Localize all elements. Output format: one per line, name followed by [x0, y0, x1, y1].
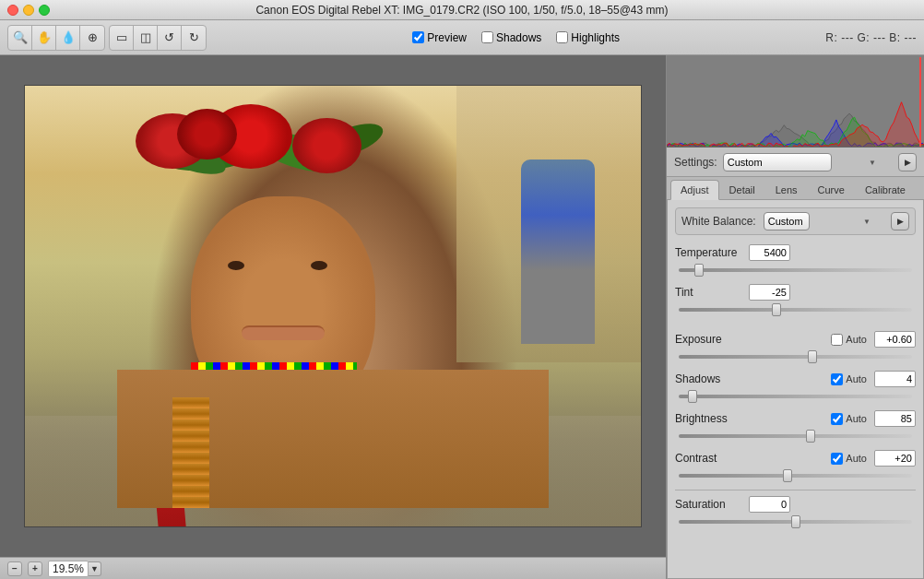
tint-value[interactable]: [749, 284, 790, 301]
brightness-auto-checkbox[interactable]: [831, 413, 843, 425]
zoom-dropdown-button[interactable]: ▼: [89, 561, 101, 576]
saturation-slider[interactable]: [679, 520, 912, 524]
toolbar-right: R: --- G: --- B: ---: [825, 31, 917, 44]
settings-select[interactable]: Custom Camera Raw Defaults Previous Conv…: [723, 153, 832, 171]
preview-checkbox-label[interactable]: Preview: [412, 31, 467, 44]
hand-tool[interactable]: ✋: [32, 26, 56, 50]
shadows-auto-checkbox[interactable]: [831, 373, 843, 385]
crop-tool[interactable]: ▭: [110, 26, 134, 50]
traffic-lights: [7, 5, 50, 16]
title-bar: Canon EOS Digital Rebel XT: IMG_0179.CR2…: [0, 0, 924, 20]
settings-action-button[interactable]: ▶: [898, 153, 917, 171]
contrast-row: Contrast Auto: [675, 450, 916, 482]
rgb-display: R: --- G: --- B: ---: [825, 31, 917, 44]
toolbar: 🔍 ✋ 💧 ⊕ ▭ ◫ ↺ ↻ Preview Shadows Highligh…: [0, 20, 924, 55]
highlights-checkbox-label[interactable]: Highlights: [556, 31, 620, 44]
tint-label: Tint: [675, 286, 749, 299]
tint-slider[interactable]: [679, 308, 912, 312]
contrast-auto-label: Auto: [846, 453, 867, 464]
tool-group-right: ▭ ◫ ↺ ↻: [109, 25, 207, 51]
wb-label: White Balance:: [681, 215, 756, 228]
wb-select[interactable]: As Shot Auto Daylight Cloudy Custom: [764, 212, 810, 230]
tint-row: Tint: [675, 284, 916, 316]
tab-calibrate[interactable]: Calibrate: [855, 180, 916, 199]
eye-right: [311, 261, 327, 270]
settings-select-wrapper: Custom Camera Raw Defaults Previous Conv…: [723, 153, 893, 171]
toolbar-center: Preview Shadows Highlights: [210, 31, 822, 44]
flower-decoration-4: [177, 109, 237, 160]
tab-detail[interactable]: Detail: [719, 180, 765, 199]
flower-decoration-3: [292, 118, 361, 173]
image-panel: − + 19.5% ▼: [0, 55, 666, 579]
tab-lens[interactable]: Lens: [765, 180, 808, 199]
rotate-ccw-tool[interactable]: ↺: [158, 26, 182, 50]
white-balance-row: White Balance: As Shot Auto Daylight Clo…: [675, 207, 916, 235]
traditional-wear: [172, 397, 209, 508]
contrast-slider[interactable]: [679, 474, 912, 478]
straighten-tool[interactable]: ◫: [134, 26, 158, 50]
tab-adjust[interactable]: Adjust: [670, 180, 719, 200]
zoom-minus-button[interactable]: −: [7, 561, 22, 576]
temperature-value[interactable]: [749, 244, 790, 261]
brightness-header: Brightness Auto: [675, 410, 916, 427]
shadows-label: Shadows: [675, 372, 749, 385]
exposure-slider[interactable]: [679, 355, 912, 359]
highlights-checkbox[interactable]: [556, 31, 568, 43]
temperature-label: Temperature: [675, 246, 749, 259]
shadows-slider-track: [675, 390, 916, 403]
shadows-row: Shadows Auto: [675, 371, 916, 403]
brightness-auto-check: Auto: [831, 413, 867, 425]
saturation-header: Saturation: [675, 496, 916, 513]
preview-label: Preview: [427, 31, 467, 44]
zoom-display-group: 19.5% ▼: [48, 561, 101, 577]
divider-1: [675, 490, 916, 490]
adjust-panel: White Balance: As Shot Auto Daylight Clo…: [667, 200, 924, 579]
bg-figure: [521, 160, 595, 344]
contrast-label: Contrast: [675, 452, 749, 465]
shadows-checkbox-label[interactable]: Shadows: [481, 31, 541, 44]
brightness-slider[interactable]: [679, 434, 912, 438]
shadows-label: Shadows: [496, 31, 541, 44]
tabs-bar: Adjust Detail Lens Curve Calibrate: [667, 177, 924, 200]
brightness-value[interactable]: [874, 410, 916, 427]
tint-slider-track: [675, 303, 916, 316]
shadows-auto-check: Auto: [831, 373, 867, 385]
rotate-cw-tool[interactable]: ↻: [182, 26, 206, 50]
histogram-canvas: [667, 55, 924, 148]
section-divider-1: [675, 324, 916, 331]
close-button[interactable]: [7, 5, 18, 16]
main-image[interactable]: [24, 85, 642, 527]
wb-select-wrapper: As Shot Auto Daylight Cloudy Custom: [764, 212, 887, 230]
tab-curve[interactable]: Curve: [808, 180, 855, 199]
exposure-value[interactable]: [874, 331, 916, 348]
saturation-value[interactable]: [749, 496, 790, 513]
shadows-checkbox[interactable]: [481, 31, 493, 43]
temperature-slider[interactable]: [679, 268, 912, 272]
shadows-value[interactable]: [874, 371, 916, 387]
exposure-row: Exposure Auto: [675, 331, 916, 363]
tool-group-left: 🔍 ✋ 💧 ⊕: [7, 25, 105, 51]
preview-checkbox[interactable]: [412, 31, 424, 43]
maximize-button[interactable]: [39, 5, 50, 16]
highlights-label: Highlights: [571, 31, 620, 44]
brightness-slider-track: [675, 430, 916, 443]
shadows-slider[interactable]: [679, 395, 912, 398]
zoom-plus-button[interactable]: +: [28, 561, 42, 576]
minimize-button[interactable]: [23, 5, 34, 16]
contrast-auto-checkbox[interactable]: [831, 453, 843, 465]
exposure-auto-check: Auto: [831, 334, 867, 346]
brightness-row: Brightness Auto: [675, 410, 916, 443]
window-title: Canon EOS Digital Rebel XT: IMG_0179.CR2…: [255, 4, 668, 17]
wb-action-button[interactable]: ▶: [891, 212, 909, 230]
saturation-row: Saturation: [675, 496, 916, 528]
contrast-auto-check: Auto: [831, 453, 867, 465]
color-sampler-tool[interactable]: ⊕: [80, 26, 104, 50]
temperature-header: Temperature: [675, 244, 916, 261]
brightness-auto-label: Auto: [846, 413, 867, 424]
histogram: [667, 55, 924, 148]
zoom-tool[interactable]: 🔍: [8, 26, 32, 50]
eyedropper-tool[interactable]: 💧: [56, 26, 80, 50]
contrast-value[interactable]: [874, 450, 916, 467]
exposure-auto-checkbox[interactable]: [831, 334, 843, 346]
contrast-slider-track: [675, 469, 916, 482]
